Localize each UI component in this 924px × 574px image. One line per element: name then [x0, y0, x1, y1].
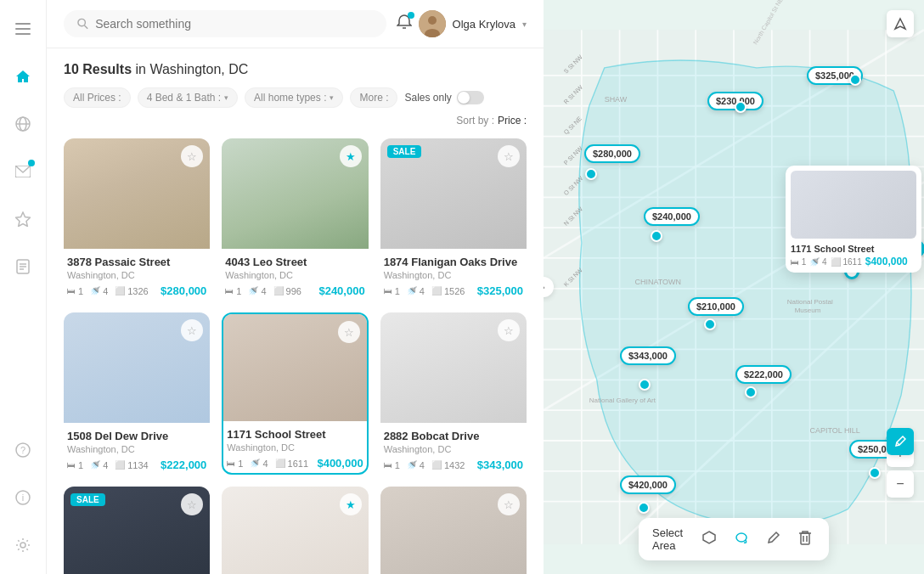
favorite-button-1[interactable]: ☆ — [181, 145, 203, 167]
property-card-9[interactable]: ☆ 745 Pine Tree Lane Washington, DC 🛏 1 … — [380, 487, 527, 574]
stat-bath-4: 🚿 4 — [90, 460, 108, 470]
location-button[interactable] — [887, 10, 914, 37]
property-price-6: $343,000 — [477, 459, 523, 471]
dot-pin-3[interactable] — [585, 168, 597, 180]
property-name-2: 4043 Leo Street — [225, 256, 364, 268]
zoom-out-button[interactable]: − — [887, 470, 914, 498]
property-stats-4: 🛏 1 🚿 4 ⬜ 1134 $222,000 — [67, 459, 206, 471]
map-popup[interactable]: 1171 School Street 🛏 1 🚿 4 ⬜ 1611 $400,0… — [786, 166, 921, 273]
svg-line-18 — [84, 25, 87, 29]
property-card-8[interactable]: ★ 686 Rhode Island Avenue Washington, DC… — [222, 487, 368, 574]
svg-line-66 — [897, 442, 899, 445]
sidebar-item-menu[interactable] — [8, 14, 38, 44]
sort-value[interactable]: Price : — [498, 115, 527, 127]
property-stats-6: 🛏 1 🚿 4 ⬜ 1432 $343,000 — [384, 459, 523, 471]
stat-sqft-4: ⬜ 1134 — [115, 460, 148, 470]
price-filter[interactable]: All Prices : — [64, 87, 131, 108]
property-image-9: ☆ — [380, 487, 527, 574]
sidebar-item-help[interactable]: ? — [8, 435, 38, 465]
sidebar-item-info[interactable]: i — [8, 482, 38, 513]
map-panel: › — [544, 0, 924, 574]
bed-count-6: 1 — [395, 460, 400, 470]
stat-sqft-1: ⬜ 1326 — [115, 286, 148, 296]
svg-text:National Gallery of Art: National Gallery of Art — [589, 397, 656, 404]
dot-pin-4[interactable] — [651, 230, 662, 242]
popup-beds: 🛏 1 — [791, 257, 806, 267]
favorite-button-9[interactable]: ☆ — [498, 493, 520, 515]
favorite-button-4[interactable]: ☆ — [181, 319, 203, 341]
price-label-240000[interactable]: $240,000 — [644, 207, 700, 226]
stat-bed-5: 🛏 1 — [227, 459, 243, 469]
svg-rect-69 — [801, 533, 809, 544]
sidebar-item-mail[interactable] — [8, 156, 38, 187]
property-info-1: 3878 Passaic Street Washington, DC 🛏 1 🚿… — [64, 249, 210, 301]
property-card-3[interactable]: SALE ☆ 1874 Flanigan Oaks Drive Washingt… — [380, 138, 527, 301]
property-card-4[interactable]: ☆ 1508 Del Dew Drive Washington, DC 🛏 1 … — [64, 312, 210, 475]
bed-count-1: 1 — [78, 286, 83, 296]
property-image-7: SALE ☆ — [64, 487, 210, 574]
sidebar-item-globe[interactable] — [8, 109, 38, 139]
more-filter[interactable]: More : — [350, 87, 397, 108]
bath-count-5: 4 — [262, 459, 268, 469]
price-label-222000[interactable]: $222,000 — [735, 365, 792, 384]
sqft-value-2: 996 — [286, 286, 301, 296]
bed-count-5: 1 — [238, 459, 243, 469]
sales-toggle[interactable] — [457, 91, 484, 104]
stat-bath-3: 🚿 4 — [407, 286, 425, 296]
beds-filter[interactable]: 4 Bed & 1 Bath : ▾ — [138, 87, 238, 108]
price-label-343000[interactable]: $343,000 — [620, 346, 676, 365]
property-info-5: 1171 School Street Washington, DC 🛏 1 🚿 … — [223, 421, 366, 473]
favorite-button-8[interactable]: ★ — [340, 493, 362, 515]
home-type-filter[interactable]: All home types : ▾ — [245, 87, 343, 108]
pencil-tool[interactable] — [763, 526, 785, 552]
toggle-knob — [458, 92, 470, 104]
user-dropdown-icon[interactable]: ▾ — [522, 20, 527, 29]
dot-pin-7[interactable] — [639, 379, 651, 391]
price-label-420000[interactable]: $420,000 — [620, 476, 676, 494]
favorite-button-2[interactable]: ★ — [340, 145, 362, 167]
mail-notification-dot — [28, 160, 35, 166]
price-label-210000[interactable]: $210,000 — [688, 297, 744, 316]
popup-stats: 🛏 1 🚿 4 ⬜ 1611 $400,000 — [791, 256, 916, 267]
property-card-7[interactable]: SALE ☆ 4129 Broadcast Drive Washington, … — [64, 487, 210, 574]
sort-label: Sort by : — [456, 115, 494, 127]
property-card-1[interactable]: ☆ 3878 Passaic Street Washington, DC 🛏 1… — [64, 138, 210, 301]
price-label-280000[interactable]: $280,000 — [584, 144, 640, 163]
svg-text:Museum: Museum — [795, 307, 821, 314]
svg-text:?: ? — [20, 445, 25, 455]
dot-pin-9[interactable] — [638, 502, 650, 514]
select-area-label: Select Area — [652, 526, 688, 552]
dot-pin-2[interactable] — [735, 101, 747, 113]
dot-pin-10[interactable] — [869, 467, 881, 479]
search-icon — [77, 18, 88, 30]
stat-bath-5: 🚿 4 — [250, 459, 268, 469]
favorite-button-5[interactable]: ☆ — [338, 321, 360, 343]
favorite-button-7[interactable]: ☆ — [181, 493, 203, 515]
bath-icon-4: 🚿 — [90, 460, 100, 470]
draw-tool-button[interactable] — [887, 428, 914, 455]
property-location-5: Washington, DC — [227, 442, 363, 453]
notification-button[interactable] — [397, 14, 412, 34]
lasso-tool[interactable] — [730, 526, 752, 552]
sidebar-item-settings[interactable] — [8, 530, 38, 560]
sqft-value-1: 1326 — [127, 286, 148, 296]
dot-pin-1[interactable] — [849, 74, 861, 86]
property-card-6[interactable]: ☆ 2882 Bobcat Drive Washington, DC 🛏 1 🚿… — [380, 312, 527, 475]
svg-point-16 — [20, 543, 25, 548]
property-info-6: 2882 Bobcat Drive Washington, DC 🛏 1 🚿 4… — [380, 423, 527, 475]
sidebar-item-star[interactable] — [8, 204, 38, 234]
sidebar-item-home[interactable] — [8, 61, 38, 92]
property-card-5[interactable]: ☆ 1171 School Street Washington, DC 🛏 1 … — [222, 312, 368, 475]
stat-bed-4: 🛏 1 — [67, 460, 83, 470]
delete-tool[interactable] — [795, 526, 815, 552]
sidebar-item-document[interactable] — [8, 251, 38, 282]
search-input[interactable] — [95, 17, 372, 31]
stat-bed-2: 🛏 1 — [225, 286, 241, 296]
polygon-tool[interactable] — [698, 526, 720, 552]
favorite-button-3[interactable]: ☆ — [498, 145, 520, 167]
dot-pin-6[interactable] — [704, 318, 716, 330]
property-card-2[interactable]: ★ 4043 Leo Street Washington, DC 🛏 1 🚿 4 — [222, 138, 368, 301]
favorite-button-6[interactable]: ☆ — [498, 319, 520, 341]
dot-pin-8[interactable] — [745, 386, 757, 398]
search-bar[interactable] — [64, 10, 386, 37]
